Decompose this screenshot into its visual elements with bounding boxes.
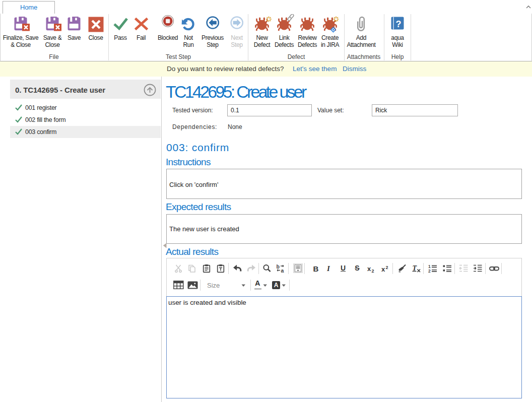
svg-text:2: 2	[386, 265, 388, 270]
svg-text:x: x	[381, 265, 385, 273]
svg-text:?: ?	[396, 19, 402, 29]
svg-text:2: 2	[428, 269, 431, 274]
svg-text:b: b	[277, 264, 280, 270]
svg-text:T: T	[413, 264, 418, 272]
svg-text:x: x	[367, 265, 371, 273]
svg-text:a: a	[281, 267, 284, 274]
svg-text:2: 2	[372, 269, 374, 274]
